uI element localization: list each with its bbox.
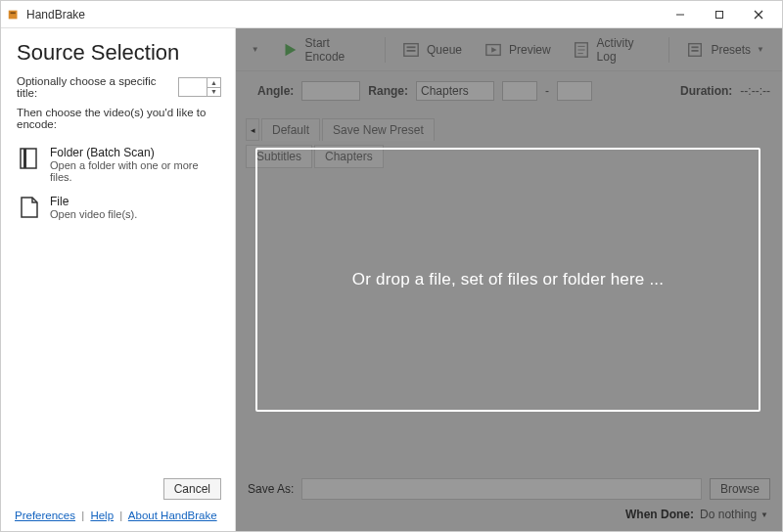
maximize-button[interactable] — [700, 1, 739, 28]
spinner-up-icon[interactable]: ▲ — [207, 78, 220, 88]
cancel-button[interactable]: Cancel — [163, 478, 221, 500]
file-title: File — [50, 195, 137, 208]
window-title: HandBrake — [26, 8, 85, 22]
help-link[interactable]: Help — [90, 510, 114, 521]
close-button[interactable] — [739, 1, 778, 28]
folder-desc: Open a folder with one or more files. — [50, 159, 219, 183]
titlebar: HandBrake — [1, 1, 782, 28]
svg-rect-24 — [21, 149, 36, 168]
svg-rect-1 — [11, 12, 16, 14]
file-option[interactable]: File Open video file(s). — [17, 189, 221, 226]
panel-heading: Source Selection — [17, 40, 221, 66]
app-icon — [7, 8, 21, 22]
folder-icon — [19, 146, 40, 171]
source-selection-panel: Source Selection Optionally choose a spe… — [1, 28, 236, 531]
panel-links: Preferences | Help | About HandBrake — [15, 510, 221, 521]
title-number-input[interactable] — [179, 78, 207, 96]
file-drop-zone[interactable]: Or drop a file, set of files or folder h… — [255, 148, 760, 412]
about-link[interactable]: About HandBrake — [128, 510, 217, 521]
drop-zone-text: Or drop a file, set of files or folder h… — [352, 270, 664, 289]
svg-rect-0 — [9, 10, 18, 19]
preferences-link[interactable]: Preferences — [15, 510, 75, 521]
title-number-spinner[interactable]: ▲ ▼ — [178, 77, 221, 97]
folder-batch-option[interactable]: Folder (Batch Scan) Open a folder with o… — [17, 140, 221, 189]
svg-rect-25 — [23, 149, 26, 168]
svg-rect-3 — [716, 11, 723, 18]
specific-title-label: Optionally choose a specific title: — [17, 75, 172, 99]
minimize-button[interactable] — [661, 1, 700, 28]
file-desc: Open video file(s). — [50, 208, 137, 220]
spinner-down-icon[interactable]: ▼ — [207, 88, 220, 97]
folder-title: Folder (Batch Scan) — [50, 146, 219, 159]
choose-hint: Then choose the video(s) you'd like to e… — [17, 107, 221, 130]
file-icon — [19, 195, 40, 220]
